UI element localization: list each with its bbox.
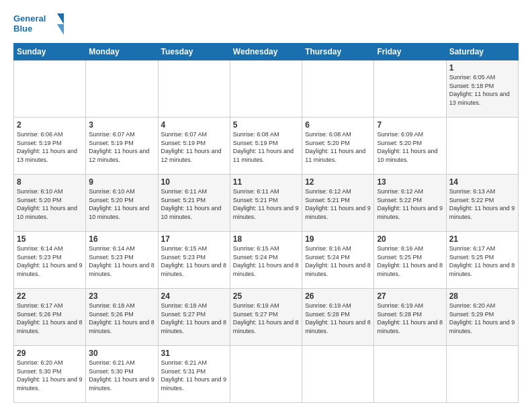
calendar-cell: 10 Sunrise: 6:11 AMSunset: 5:21 PMDaylig… — [158, 175, 230, 232]
day-number: 26 — [305, 291, 371, 301]
calendar-cell: 4 Sunrise: 6:07 AMSunset: 5:19 PMDayligh… — [158, 118, 230, 175]
day-info: Sunrise: 6:20 AMSunset: 5:30 PMDaylight:… — [17, 359, 83, 392]
day-number: 20 — [377, 234, 443, 244]
day-number: 6 — [305, 120, 371, 130]
day-info: Sunrise: 6:10 AMSunset: 5:20 PMDaylight:… — [89, 187, 154, 221]
day-info: Sunrise: 6:18 AMSunset: 5:27 PMDaylight:… — [161, 302, 227, 335]
day-info: Sunrise: 6:11 AMSunset: 5:21 PMDaylight:… — [161, 187, 227, 221]
day-number: 24 — [161, 291, 227, 301]
day-info: Sunrise: 6:19 AMSunset: 5:28 PMDaylight:… — [305, 302, 371, 335]
svg-text:General: General — [13, 13, 46, 24]
calendar-cell: 17 Sunrise: 6:15 AMSunset: 5:23 PMDaylig… — [158, 232, 230, 289]
svg-text:Blue: Blue — [13, 24, 32, 34]
day-info: Sunrise: 6:18 AMSunset: 5:26 PMDaylight:… — [89, 302, 154, 335]
calendar-cell: 1 Sunrise: 6:05 AMSunset: 5:18 PMDayligh… — [446, 60, 518, 118]
day-number: 15 — [17, 234, 83, 244]
day-number: 3 — [89, 120, 154, 130]
calendar-week-1: 1 Sunrise: 6:05 AMSunset: 5:18 PMDayligh… — [14, 60, 519, 118]
day-number: 2 — [17, 120, 83, 130]
day-info: Sunrise: 6:19 AMSunset: 5:27 PMDaylight:… — [233, 302, 299, 335]
calendar-cell: 25 Sunrise: 6:19 AMSunset: 5:27 PMDaylig… — [230, 289, 302, 346]
calendar-cell — [230, 346, 302, 403]
header-day-saturday: Saturday — [446, 44, 518, 60]
day-info: Sunrise: 6:12 AMSunset: 5:22 PMDaylight:… — [377, 187, 443, 221]
day-number: 12 — [305, 177, 371, 187]
day-info: Sunrise: 6:09 AMSunset: 5:20 PMDaylight:… — [377, 130, 443, 164]
calendar-cell — [446, 118, 518, 175]
calendar-cell — [14, 60, 86, 118]
calendar-cell: 18 Sunrise: 6:15 AMSunset: 5:24 PMDaylig… — [230, 232, 302, 289]
day-number: 23 — [89, 291, 154, 301]
calendar-cell: 23 Sunrise: 6:18 AMSunset: 5:26 PMDaylig… — [86, 289, 158, 346]
day-number: 7 — [377, 120, 443, 130]
day-number: 27 — [377, 291, 443, 301]
day-info: Sunrise: 6:08 AMSunset: 5:19 PMDaylight:… — [233, 130, 299, 164]
calendar-cell: 2 Sunrise: 6:06 AMSunset: 5:19 PMDayligh… — [14, 118, 86, 175]
calendar-cell: 7 Sunrise: 6:09 AMSunset: 5:20 PMDayligh… — [374, 118, 446, 175]
day-info: Sunrise: 6:13 AMSunset: 5:22 PMDaylight:… — [449, 187, 515, 221]
day-info: Sunrise: 6:07 AMSunset: 5:19 PMDaylight:… — [89, 130, 154, 164]
day-number: 13 — [377, 177, 443, 187]
day-number: 29 — [17, 349, 83, 358]
calendar-cell: 26 Sunrise: 6:19 AMSunset: 5:28 PMDaylig… — [302, 289, 374, 346]
calendar-cell: 5 Sunrise: 6:08 AMSunset: 5:19 PMDayligh… — [230, 118, 302, 175]
day-number: 22 — [17, 291, 83, 301]
calendar-cell: 9 Sunrise: 6:10 AMSunset: 5:20 PMDayligh… — [86, 175, 158, 232]
calendar-cell: 8 Sunrise: 6:10 AMSunset: 5:20 PMDayligh… — [14, 175, 86, 232]
day-number: 30 — [89, 349, 154, 358]
calendar-cell: 12 Sunrise: 6:12 AMSunset: 5:21 PMDaylig… — [302, 175, 374, 232]
calendar-cell — [86, 60, 158, 118]
svg-marker-2 — [57, 13, 64, 24]
day-info: Sunrise: 6:19 AMSunset: 5:28 PMDaylight:… — [377, 302, 443, 335]
header-day-tuesday: Tuesday — [158, 44, 230, 60]
calendar-cell: 19 Sunrise: 6:16 AMSunset: 5:24 PMDaylig… — [302, 232, 374, 289]
calendar: SundayMondayTuesdayWednesdayThursdayFrid… — [13, 43, 519, 403]
svg-marker-3 — [57, 24, 64, 35]
day-number: 1 — [449, 63, 515, 73]
calendar-cell — [302, 346, 374, 403]
day-number: 8 — [17, 177, 83, 187]
calendar-cell: 31 Sunrise: 6:21 AMSunset: 5:31 PMDaylig… — [158, 346, 230, 403]
logo: General Blue — [13, 11, 67, 38]
day-info: Sunrise: 6:07 AMSunset: 5:19 PMDaylight:… — [161, 130, 227, 164]
calendar-cell — [302, 60, 374, 118]
calendar-header-row: SundayMondayTuesdayWednesdayThursdayFrid… — [14, 44, 519, 60]
day-number: 28 — [449, 291, 515, 301]
day-info: Sunrise: 6:21 AMSunset: 5:30 PMDaylight:… — [89, 359, 154, 392]
day-info: Sunrise: 6:17 AMSunset: 5:25 PMDaylight:… — [449, 244, 515, 278]
day-number: 16 — [89, 234, 154, 244]
day-info: Sunrise: 6:05 AMSunset: 5:18 PMDaylight:… — [449, 73, 515, 107]
calendar-cell: 29 Sunrise: 6:20 AMSunset: 5:30 PMDaylig… — [14, 346, 86, 403]
calendar-cell: 20 Sunrise: 6:16 AMSunset: 5:25 PMDaylig… — [374, 232, 446, 289]
day-info: Sunrise: 6:20 AMSunset: 5:29 PMDaylight:… — [449, 302, 515, 335]
header-day-sunday: Sunday — [14, 44, 86, 60]
calendar-cell — [374, 346, 446, 403]
day-info: Sunrise: 6:08 AMSunset: 5:20 PMDaylight:… — [305, 130, 371, 164]
day-info: Sunrise: 6:21 AMSunset: 5:31 PMDaylight:… — [161, 359, 227, 392]
header-day-wednesday: Wednesday — [230, 44, 302, 60]
day-number: 5 — [233, 120, 299, 130]
calendar-cell: 27 Sunrise: 6:19 AMSunset: 5:28 PMDaylig… — [374, 289, 446, 346]
day-info: Sunrise: 6:16 AMSunset: 5:25 PMDaylight:… — [377, 244, 443, 278]
calendar-cell: 11 Sunrise: 6:11 AMSunset: 5:21 PMDaylig… — [230, 175, 302, 232]
calendar-cell — [230, 60, 302, 118]
calendar-week-4: 15 Sunrise: 6:14 AMSunset: 5:23 PMDaylig… — [14, 232, 519, 289]
day-info: Sunrise: 6:15 AMSunset: 5:23 PMDaylight:… — [161, 244, 227, 278]
calendar-cell: 14 Sunrise: 6:13 AMSunset: 5:22 PMDaylig… — [446, 175, 518, 232]
header-day-friday: Friday — [374, 44, 446, 60]
calendar-cell: 22 Sunrise: 6:17 AMSunset: 5:26 PMDaylig… — [14, 289, 86, 346]
logo-svg: General Blue — [13, 11, 67, 38]
calendar-cell — [446, 346, 518, 403]
day-info: Sunrise: 6:06 AMSunset: 5:19 PMDaylight:… — [17, 130, 83, 164]
day-number: 31 — [161, 349, 227, 358]
calendar-cell: 6 Sunrise: 6:08 AMSunset: 5:20 PMDayligh… — [302, 118, 374, 175]
day-info: Sunrise: 6:15 AMSunset: 5:24 PMDaylight:… — [233, 244, 299, 278]
calendar-week-5: 22 Sunrise: 6:17 AMSunset: 5:26 PMDaylig… — [14, 289, 519, 346]
calendar-cell: 3 Sunrise: 6:07 AMSunset: 5:19 PMDayligh… — [86, 118, 158, 175]
day-number: 4 — [161, 120, 227, 130]
header-day-monday: Monday — [86, 44, 158, 60]
calendar-week-6: 29 Sunrise: 6:20 AMSunset: 5:30 PMDaylig… — [14, 346, 519, 403]
calendar-cell — [374, 60, 446, 118]
calendar-cell: 30 Sunrise: 6:21 AMSunset: 5:30 PMDaylig… — [86, 346, 158, 403]
day-info: Sunrise: 6:12 AMSunset: 5:21 PMDaylight:… — [305, 187, 371, 221]
